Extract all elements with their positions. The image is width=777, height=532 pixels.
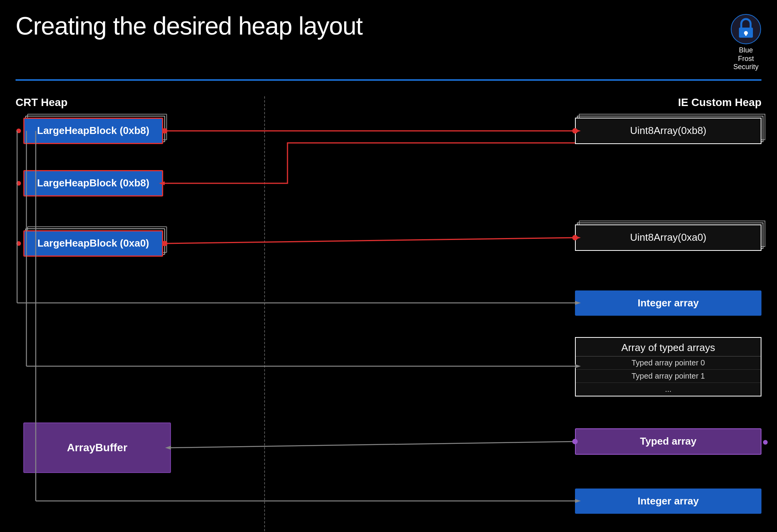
typed-array-box: Typed array	[575, 428, 761, 455]
page-title: Creating the desired heap layout	[16, 12, 362, 40]
center-divider	[264, 96, 265, 532]
logo-text: Blue Frost Security	[733, 46, 758, 71]
array-typed-box: Array of typed arrays Typed array pointe…	[575, 337, 761, 396]
int1-box: Integer array	[575, 290, 761, 316]
array-typed-title: Array of typed arrays	[576, 338, 761, 356]
lhb1-connector-dot	[16, 129, 21, 133]
lhb2-group: LargeHeapBlock (0xb8)	[23, 170, 163, 196]
main-content: CRT Heap IE Custom Heap LargeHeapBlock (…	[16, 96, 761, 532]
lhb1-group: LargeHeapBlock (0xb8)	[23, 118, 163, 144]
logo: Blue Frost Security	[730, 14, 761, 71]
lhb2-connector-dot	[16, 181, 21, 186]
typed-array-right-dot	[763, 440, 768, 445]
lhb2-box: LargeHeapBlock (0xb8)	[23, 170, 163, 196]
typed-array-ellipsis: ...	[576, 383, 761, 396]
uint1-box: Uint8Array(0xb8)	[575, 118, 761, 144]
section-divider	[16, 79, 761, 81]
uint2-stack: Uint8Array(0xa0)	[575, 224, 761, 251]
header: Creating the desired heap layout Blue Fr…	[0, 0, 777, 71]
lhb3-box: LargeHeapBlock (0xa0)	[23, 230, 163, 257]
lhb1-box: LargeHeapBlock (0xb8)	[23, 118, 163, 144]
lhb3-group: LargeHeapBlock (0xa0)	[23, 230, 163, 257]
svg-rect-3	[745, 33, 747, 36]
ie-heap-label: IE Custom Heap	[678, 96, 761, 109]
svg-line-9	[165, 238, 575, 243]
crt-heap-label: CRT Heap	[16, 96, 68, 109]
lhb3-connector-dot	[16, 241, 21, 246]
uint1-group: Uint8Array(0xb8)	[575, 118, 761, 144]
svg-line-19	[171, 442, 575, 448]
uint2-box: Uint8Array(0xa0)	[575, 224, 761, 251]
uint2-group: Uint8Array(0xa0)	[575, 224, 761, 251]
uint1-stack: Uint8Array(0xb8)	[575, 118, 761, 144]
typed-array-pointer-0: Typed array pointer 0	[576, 356, 761, 370]
arraybuffer-box: ArrayBuffer	[23, 422, 171, 473]
int2-box: Integer array	[575, 489, 761, 514]
lock-icon	[730, 14, 761, 45]
typed-array-pointer-1: Typed array pointer 1	[576, 370, 761, 383]
